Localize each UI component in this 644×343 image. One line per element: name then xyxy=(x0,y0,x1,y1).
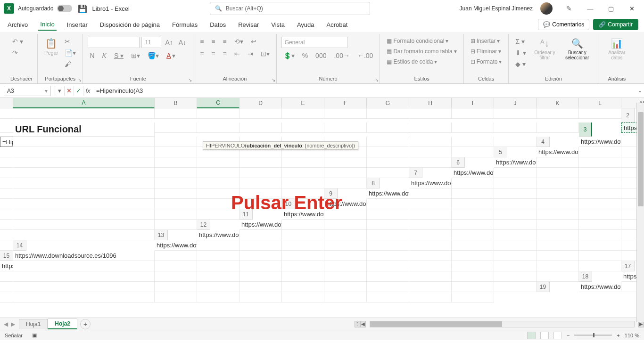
align-bottom-button[interactable]: ≡ xyxy=(221,37,228,46)
cell-M4[interactable] xyxy=(452,147,494,157)
cell-H8[interactable] xyxy=(0,188,13,199)
cell-K5[interactable] xyxy=(324,157,367,168)
cell-G15[interactable] xyxy=(367,251,409,261)
cell-I18[interactable] xyxy=(324,282,367,292)
cell-J6[interactable] xyxy=(239,168,282,178)
clipboard-launcher-icon[interactable]: ↘ xyxy=(78,77,82,82)
cell-H5[interactable] xyxy=(197,157,239,168)
cell-H16[interactable] xyxy=(367,261,409,271)
cell-C16[interactable] xyxy=(155,261,197,271)
col-header-L[interactable]: L xyxy=(579,98,621,108)
tab-layout[interactable]: Disposición de página xyxy=(98,19,162,30)
cell-B17[interactable] xyxy=(0,271,13,282)
tab-file[interactable]: Archivo xyxy=(6,19,30,30)
sort-filter-button[interactable]: ᴬ↓Ordenar y filtrar xyxy=(531,37,558,61)
cell-F13[interactable] xyxy=(409,230,452,240)
cell-M1[interactable] xyxy=(579,108,621,119)
autosum-button[interactable]: Σ ▾ xyxy=(513,37,528,46)
cell-C6[interactable] xyxy=(579,157,621,168)
cell-J2[interactable] xyxy=(409,122,452,133)
tab-formulas[interactable]: Fórmulas xyxy=(170,19,199,30)
cell-D9[interactable] xyxy=(494,188,537,199)
search-input[interactable]: 🔍 Buscar (Alt+Q) xyxy=(210,2,370,15)
comma-button[interactable]: 000 xyxy=(314,51,328,60)
cell-D14[interactable] xyxy=(282,240,324,251)
cell-I8[interactable] xyxy=(13,188,155,199)
cell-K14[interactable] xyxy=(579,240,621,251)
cell-E11[interactable] xyxy=(452,209,494,220)
maximize-button[interactable]: ▢ xyxy=(603,0,619,17)
cell-B15[interactable] xyxy=(155,251,197,261)
cell-H1[interactable] xyxy=(367,108,409,119)
cell-K17[interactable] xyxy=(452,271,494,282)
cell-D12[interactable] xyxy=(367,220,409,230)
cell-I2[interactable] xyxy=(367,122,409,133)
cell-G12[interactable] xyxy=(494,220,537,230)
fill-button[interactable]: ⬇ ▾ xyxy=(513,48,528,57)
conditional-format-button[interactable]: ▦ Formato condicional ▾ xyxy=(385,37,458,45)
border-button[interactable]: ⊞▾ xyxy=(129,51,142,60)
cell-L15[interactable] xyxy=(579,251,621,261)
bold-button[interactable]: N xyxy=(88,51,96,60)
cell-K9[interactable] xyxy=(155,199,197,209)
cell-D19[interactable] xyxy=(0,292,13,302)
formula-expand-icon[interactable]: ⌄ xyxy=(636,88,644,94)
cell-G6[interactable] xyxy=(13,168,155,178)
cell-G19[interactable] xyxy=(197,292,239,302)
cell-I9[interactable] xyxy=(0,199,13,209)
tab-view[interactable]: Vista xyxy=(269,19,287,30)
cell-L6[interactable] xyxy=(324,168,367,178)
col-header-E[interactable]: E xyxy=(282,98,324,108)
cell-C13[interactable] xyxy=(282,230,324,240)
row-header-12[interactable]: 12 xyxy=(197,220,210,230)
cell-M11[interactable] xyxy=(155,220,197,230)
cell-F15[interactable] xyxy=(324,251,367,261)
cell-M12[interactable] xyxy=(13,230,155,240)
cell-D13[interactable] xyxy=(324,230,367,240)
cell-I19[interactable] xyxy=(282,292,324,302)
cell-M5[interactable] xyxy=(409,157,452,168)
row-header-3[interactable]: 3 xyxy=(579,122,592,137)
col-header-A[interactable]: A xyxy=(13,98,155,108)
cell-E13[interactable] xyxy=(367,230,409,240)
cell-F14[interactable] xyxy=(367,240,409,251)
cell-C3[interactable]: =Hipervinculo(A3 xyxy=(0,137,13,147)
tab-insert[interactable]: Insertar xyxy=(65,19,90,30)
cell-H14[interactable] xyxy=(452,240,494,251)
undo-button[interactable]: ↶ ▾ xyxy=(10,37,25,46)
view-normal-button[interactable] xyxy=(527,332,536,339)
view-layout-button[interactable] xyxy=(540,332,549,339)
cell-A5[interactable]: https://www.downloadsource.es/260 xyxy=(537,147,579,157)
cell-B5[interactable] xyxy=(579,147,621,157)
cell-L18[interactable] xyxy=(452,282,494,292)
cell-I13[interactable] xyxy=(537,230,579,240)
cell-H6[interactable] xyxy=(155,168,197,178)
save-icon[interactable]: 💾 xyxy=(78,4,86,13)
cell-F11[interactable] xyxy=(494,209,537,220)
row-header-14[interactable]: 14 xyxy=(13,240,26,251)
cell-K2[interactable] xyxy=(452,122,494,133)
zoom-slider[interactable] xyxy=(574,335,612,336)
analyze-data-button[interactable]: 📊Analizar datos xyxy=(603,37,630,61)
cell-H15[interactable] xyxy=(409,251,452,261)
decrease-decimal-button[interactable]: ←.00 xyxy=(355,51,375,60)
cell-E9[interactable] xyxy=(537,188,579,199)
cell-B6[interactable] xyxy=(537,157,579,168)
fx-button[interactable]: fx xyxy=(83,86,92,96)
select-all-corner[interactable] xyxy=(0,98,13,108)
cell-I1[interactable] xyxy=(409,108,452,119)
fill-color-button[interactable]: 🪣▾ xyxy=(146,51,161,60)
tab-home[interactable]: Inicio xyxy=(38,19,56,31)
cell-E12[interactable] xyxy=(409,220,452,230)
sheet-next-icon[interactable]: ▶ xyxy=(11,321,15,327)
cell-K6[interactable] xyxy=(282,168,324,178)
cell-L4[interactable] xyxy=(409,147,452,157)
cell-C2[interactable]: URL Funcional xyxy=(13,122,155,137)
cell-M18[interactable] xyxy=(494,282,537,292)
col-header-C[interactable]: C xyxy=(197,98,239,108)
cell-J5[interactable] xyxy=(282,157,324,168)
paste-button[interactable]: 📋Pegar xyxy=(42,37,60,57)
cell-E15[interactable] xyxy=(282,251,324,261)
tab-help[interactable]: Ayuda xyxy=(295,19,316,30)
cell-L11[interactable] xyxy=(13,220,155,230)
